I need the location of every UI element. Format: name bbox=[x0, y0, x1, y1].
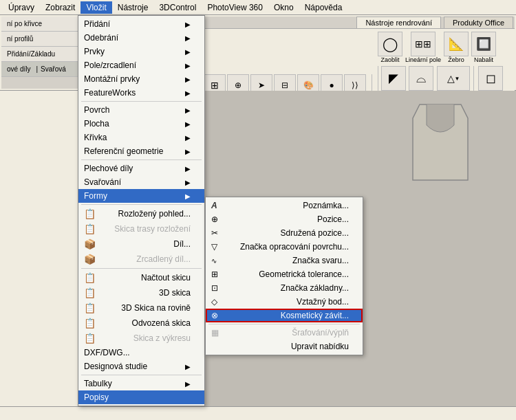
ribbon-tab-nastroje[interactable]: Nástroje rendrování bbox=[356, 16, 441, 28]
status-bar bbox=[0, 406, 516, 420]
menu-formy[interactable]: Formy ▶ bbox=[78, 189, 204, 203]
menu-upravy[interactable]: Úpravy bbox=[3, 1, 40, 14]
menu-nactout[interactable]: 📋 Načtout skicu bbox=[78, 270, 204, 285]
submenu-znacka-opr[interactable]: ▽ Značka opracování povrchu... bbox=[206, 240, 363, 254]
separator-4 bbox=[81, 268, 202, 269]
left-tab-1[interactable]: ní po křivce bbox=[4, 19, 45, 29]
submenu-vztazny[interactable]: ◇ Vztažný bod... bbox=[206, 295, 363, 309]
submenu-geom-tol[interactable]: ⊞ Geometrická tolerance... bbox=[206, 267, 363, 281]
submenu-kosmet-zavit[interactable]: ⊗ Kosmetický závit... bbox=[206, 309, 363, 322]
menu-featureworks[interactable]: FeatureWorks ▶ bbox=[78, 86, 204, 100]
menu-skica-trasy: 📋 Skica trasy rozložení bbox=[78, 221, 204, 236]
menu-okno[interactable]: Okno bbox=[268, 1, 299, 14]
separator-2 bbox=[81, 159, 202, 160]
left-tab-2[interactable]: ní profilů bbox=[4, 34, 36, 44]
menu-plocha[interactable]: Plocha ▶ bbox=[78, 117, 204, 131]
menu-polezrcadleni[interactable]: Pole/zrcadlení ▶ bbox=[78, 58, 204, 72]
submenu-srafovani: ▦ Šrafování/výplň bbox=[206, 326, 363, 340]
menu-povrch[interactable]: Povrch ▶ bbox=[78, 103, 204, 117]
part-shape-svg bbox=[406, 98, 475, 187]
menu-svarovani[interactable]: Svařování ▶ bbox=[78, 175, 204, 189]
submenu-znacka-zak[interactable]: ⊡ Značka základny... bbox=[206, 281, 363, 295]
menu-skica-vykresu: 📋 Skica z výkresu bbox=[78, 331, 204, 346]
left-tab-4[interactable]: ové díly bbox=[4, 64, 33, 74]
tb-lin-pole[interactable]: ⊞⊞ Lineární pole bbox=[405, 32, 441, 63]
menu-3dcontrol[interactable]: 3DControl bbox=[153, 1, 202, 14]
menu-3dskica[interactable]: 📋 3D skica bbox=[78, 285, 204, 300]
menu-photoview[interactable]: PhotoView 360 bbox=[202, 1, 268, 14]
menu-vlozit[interactable]: Vložit bbox=[80, 1, 111, 14]
menu-pridani[interactable]: Přidání ▶ bbox=[78, 17, 204, 31]
menu-refgeom[interactable]: Referenční geometrie ▶ bbox=[78, 144, 204, 158]
menu-designova[interactable]: Designová studie ▶ bbox=[78, 360, 204, 373]
submenu-znacka-svaru[interactable]: ∿ Značka svaru... bbox=[206, 254, 363, 267]
menu-odvozena[interactable]: 📋 Odvozená skica bbox=[78, 316, 204, 331]
submenu-pozice[interactable]: ⊕ Pozice... bbox=[206, 212, 363, 226]
menu-dxf[interactable]: DXF/DWG... bbox=[78, 346, 204, 360]
separator-1 bbox=[81, 101, 202, 102]
menu-plechove[interactable]: Plechové díly ▶ bbox=[78, 162, 204, 175]
menubar: Úpravy Zobrazit Vložit Nástroje 3DContro… bbox=[0, 0, 516, 15]
menu-montazni[interactable]: Montážní prvky ▶ bbox=[78, 72, 204, 86]
separator-3 bbox=[81, 204, 202, 205]
menu-zrcadleny: 📦 Zrcadlený díl... bbox=[78, 252, 204, 267]
submenu-poznamka[interactable]: A Poznámka... bbox=[206, 199, 363, 212]
menu-napoveda[interactable]: Nápověda bbox=[299, 1, 348, 14]
ribbon-tab-produkty[interactable]: Produkty Office bbox=[444, 16, 513, 28]
menu-krivka[interactable]: Křivka ▶ bbox=[78, 131, 204, 144]
menu-prvky[interactable]: Prvky ▶ bbox=[78, 45, 204, 58]
left-panel bbox=[0, 91, 83, 406]
vlozit-dropdown: Přidání ▶ Odebrání ▶ Prvky ▶ Pole/zrcadl… bbox=[78, 15, 205, 406]
menu-tabulky[interactable]: Tabulky ▶ bbox=[78, 377, 204, 390]
submenu-sdruzena[interactable]: ✂ Sdružená pozice... bbox=[206, 226, 363, 240]
formy-submenu: A Poznámka... ⊕ Pozice... ✂ Sdružená poz… bbox=[205, 197, 363, 355]
left-tab-5[interactable]: Svařová bbox=[38, 64, 69, 74]
menu-3dskica-rov[interactable]: 📋 3D Skica na rovině bbox=[78, 300, 204, 316]
separator-5 bbox=[81, 375, 202, 375]
tb-zebro[interactable]: 📐 Žebro bbox=[444, 32, 469, 63]
menu-dil[interactable]: 📦 Díl... bbox=[78, 236, 204, 252]
left-tab-3[interactable]: Přidání/Základu bbox=[4, 49, 58, 59]
menu-zobrazit[interactable]: Zobrazit bbox=[40, 1, 80, 14]
submenu-sep bbox=[208, 324, 360, 324]
tb-zaoblit[interactable]: ◯ Zaoblit bbox=[378, 32, 402, 63]
submenu-upravit-nabidku[interactable]: Upravit nabídku bbox=[206, 340, 363, 353]
menu-nastroje[interactable]: Nástroje bbox=[112, 1, 154, 14]
tb-nabalit[interactable]: 🔲 Nabalit bbox=[471, 32, 496, 63]
menu-rozlozeny[interactable]: 📋 Rozložený pohled... bbox=[78, 206, 204, 221]
menu-odebrani[interactable]: Odebrání ▶ bbox=[78, 31, 204, 45]
menu-popisy[interactable]: Popisy bbox=[78, 390, 204, 404]
